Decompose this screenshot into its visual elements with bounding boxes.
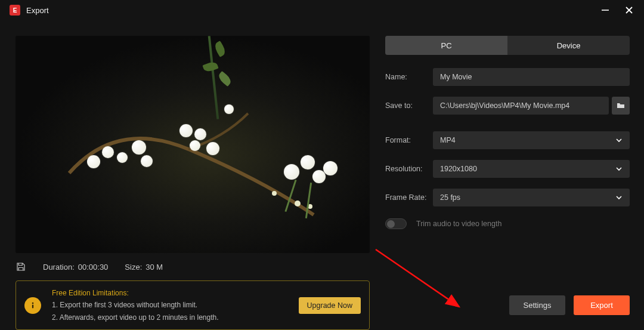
framerate-value: 25 fps [440,193,460,202]
content: Duration: 00:00:30 Size: 30 M PC Device … [0,20,644,278]
close-button[interactable] [624,5,634,16]
action-buttons: Settings Export [382,280,630,330]
svg-point-3 [32,302,34,304]
left-column: Duration: 00:00:30 Size: 30 M [16,36,370,272]
folder-icon [616,101,626,110]
tab-device[interactable]: Device [507,36,630,55]
settings-button[interactable]: Settings [509,295,565,315]
saveto-label: Save to: [385,101,433,110]
name-label: Name: [385,73,433,81]
export-form: Name: Save to: Format: MP4 Resolution: [385,68,630,229]
limitations-left: Free Edition Limitations: 1. Export the … [24,287,219,323]
upgrade-button[interactable]: Upgrade Now [299,297,361,314]
size-value: 30 M [145,263,163,272]
limitations-line1: 1. Export the first 3 videos without len… [52,299,219,311]
app-icon: E [10,5,20,16]
framerate-label: Frame Rate: [385,193,433,202]
filesize: Size: 30 M [125,263,163,272]
video-preview [16,36,370,253]
save-icon [16,261,26,272]
bottom-bar: Free Edition Limitations: 1. Export the … [0,278,644,330]
window-title: Export [26,6,49,15]
minimize-icon [601,6,609,14]
export-button[interactable]: Export [574,295,630,315]
window-controls [600,5,634,16]
resolution-value: 1920x1080 [440,165,477,173]
size-label: Size: [125,263,142,272]
chevron-down-icon [615,137,623,144]
duration-label: Duration: [43,263,75,272]
trim-label: Trim audio to video length [416,220,501,228]
close-icon [625,6,633,14]
chevron-down-icon [615,165,623,172]
format-value: MP4 [440,136,456,144]
limitations-banner: Free Edition Limitations: 1. Export the … [16,280,370,330]
saveto-row: Save to: [385,97,630,115]
export-tabs: PC Device [385,36,630,55]
saveto-field[interactable] [433,97,609,115]
titlebar: E Export [0,0,644,20]
framerate-select[interactable]: 25 fps [433,189,630,206]
toggle-knob [387,220,395,228]
resolution-select[interactable]: 1920x1080 [433,160,630,178]
framerate-row: Frame Rate: 25 fps [385,189,630,206]
right-column: PC Device Name: Save to: Format: MP4 [385,36,630,272]
duration-value: 00:00:30 [78,263,109,272]
name-row: Name: [385,68,630,86]
titlebar-left: E Export [10,5,49,16]
trim-toggle[interactable] [385,218,407,229]
format-row: Format: MP4 [385,131,630,149]
browse-button[interactable] [612,97,630,115]
duration: Duration: 00:00:30 [43,263,108,272]
minimize-button[interactable] [600,5,611,16]
app-icon-letter: E [13,7,17,14]
format-select[interactable]: MP4 [433,131,630,149]
format-label: Format: [385,136,433,144]
limitations-line2: 2. Afterwards, export video up to 2 minu… [52,312,219,323]
resolution-row: Resolution: 1920x1080 [385,160,630,178]
chevron-down-icon [615,194,623,201]
limitations-text: Free Edition Limitations: 1. Export the … [52,287,219,323]
trim-row: Trim audio to video length [385,218,630,229]
limitations-title: Free Edition Limitations: [52,287,219,299]
resolution-label: Resolution: [385,165,433,173]
svg-rect-4 [32,304,33,308]
meta-row: Duration: 00:00:30 Size: 30 M [16,261,370,272]
tab-pc[interactable]: PC [385,36,507,55]
name-field[interactable] [433,68,630,86]
info-icon [24,297,41,314]
